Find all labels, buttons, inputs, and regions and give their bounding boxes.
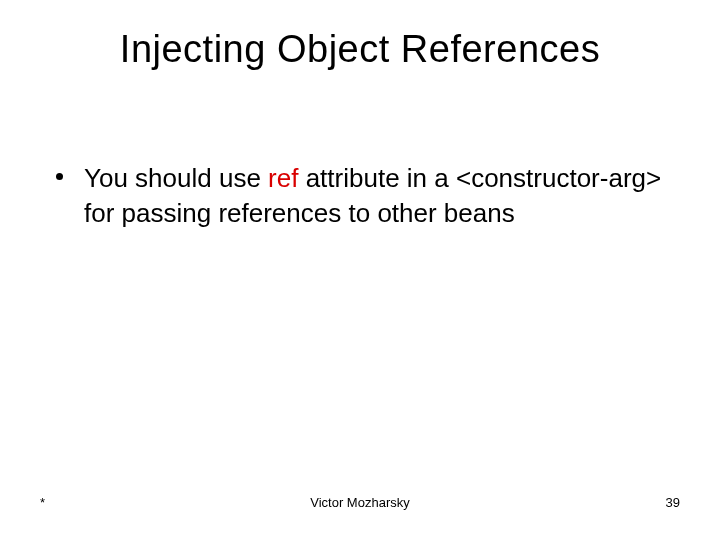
bullet-item: You should use ref attribute in a <const… [56, 161, 680, 231]
slide-title: Injecting Object References [40, 28, 680, 71]
ref-keyword: ref [268, 163, 298, 193]
content-area: You should use ref attribute in a <const… [40, 161, 680, 231]
bullet-text-pre: You should use [84, 163, 268, 193]
footer: * Victor Mozharsky 39 [0, 495, 720, 510]
page-number: 39 [467, 495, 680, 510]
footer-date: * [40, 495, 253, 510]
slide: Injecting Object References You should u… [0, 0, 720, 540]
footer-author: Victor Mozharsky [253, 495, 466, 510]
bullet-icon [56, 173, 63, 180]
